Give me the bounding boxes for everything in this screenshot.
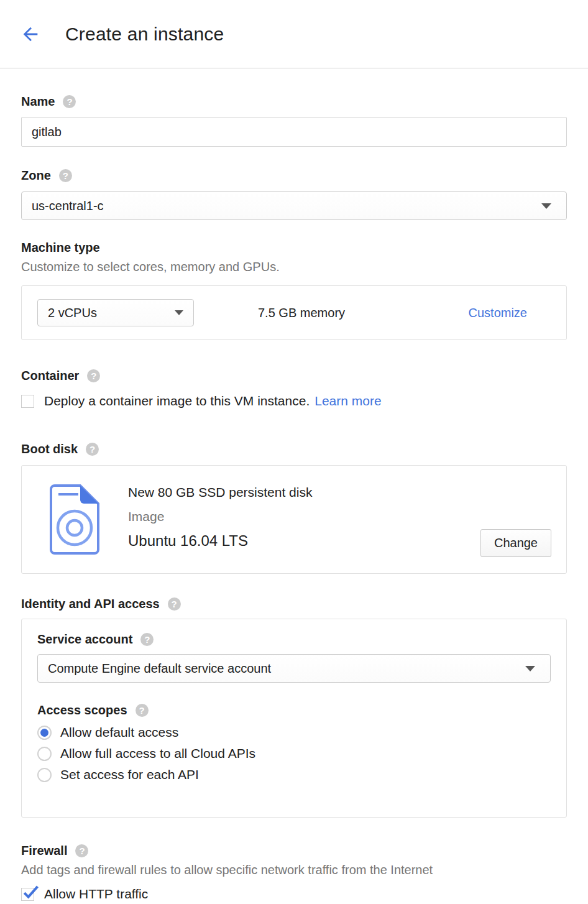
- radio-label: Allow full access to all Cloud APIs: [60, 746, 255, 761]
- disk-image-label: Image: [128, 509, 312, 524]
- help-icon[interactable]: ?: [136, 704, 149, 717]
- container-checkbox-label: Deploy a container image to this VM inst…: [44, 394, 310, 408]
- firewall-label: Firewall: [21, 844, 67, 858]
- disk-icon: [45, 484, 104, 573]
- cpu-select[interactable]: 2 vCPUs: [37, 299, 194, 326]
- help-icon[interactable]: ?: [59, 169, 72, 182]
- machine-type-label: Machine type: [21, 241, 100, 255]
- help-icon[interactable]: ?: [168, 597, 181, 611]
- disk-image-value: Ubuntu 16.04 LTS: [128, 532, 312, 550]
- radio-allow-full-access[interactable]: Allow full access to all Cloud APIs: [37, 744, 551, 763]
- radio-label: Set access for each API: [60, 767, 199, 782]
- name-label: Name: [21, 95, 55, 109]
- identity-label: Identity and API access: [21, 597, 160, 611]
- allow-http-label: Allow HTTP traffic: [44, 887, 148, 902]
- help-icon[interactable]: ?: [86, 443, 99, 456]
- back-button[interactable]: [19, 23, 42, 45]
- chevron-down-icon: [175, 310, 183, 315]
- header: Create an instance: [0, 0, 588, 68]
- service-account-value: Compute Engine default service account: [48, 662, 271, 676]
- radio-icon: [37, 747, 52, 761]
- customize-link[interactable]: Customize: [469, 306, 527, 320]
- radio-label: Allow default access: [60, 725, 178, 740]
- radio-allow-default-access[interactable]: Allow default access: [37, 722, 551, 742]
- checkmark-icon: [21, 883, 40, 902]
- boot-disk-label: Boot disk: [21, 442, 78, 456]
- arrow-back-icon: [20, 24, 41, 45]
- access-scopes-label: Access scopes: [37, 703, 127, 717]
- help-icon[interactable]: ?: [63, 95, 76, 108]
- service-account-select[interactable]: Compute Engine default service account: [37, 654, 551, 683]
- cpu-select-value: 2 vCPUs: [48, 306, 97, 320]
- zone-select-value: us-central1-c: [32, 199, 104, 213]
- disk-title: New 80 GB SSD persistent disk: [128, 485, 312, 500]
- container-label: Container: [21, 369, 79, 383]
- firewall-subtitle: Add tags and firewall rules to allow spe…: [21, 863, 567, 877]
- help-icon[interactable]: ?: [75, 844, 88, 857]
- chevron-down-icon: [525, 666, 535, 671]
- zone-select[interactable]: us-central1-c: [21, 191, 567, 220]
- help-icon[interactable]: ?: [87, 369, 100, 382]
- help-icon[interactable]: ?: [140, 633, 154, 646]
- page-title: Create an instance: [65, 24, 224, 45]
- name-input[interactable]: [21, 117, 567, 147]
- allow-http-checkbox[interactable]: [21, 888, 34, 901]
- radio-icon: [37, 726, 52, 740]
- learn-more-link[interactable]: Learn more: [315, 394, 381, 408]
- radio-set-access-each-api[interactable]: Set access for each API: [37, 765, 551, 785]
- service-account-label: Service account: [37, 632, 132, 647]
- chevron-down-icon: [541, 203, 551, 209]
- radio-icon: [37, 768, 52, 782]
- change-button[interactable]: Change: [480, 529, 551, 557]
- memory-text: 7.5 GB memory: [258, 306, 345, 320]
- machine-type-subtitle: Customize to select cores, memory and GP…: [21, 260, 567, 274]
- zone-label: Zone: [21, 168, 51, 183]
- machine-type-card: 2 vCPUs 7.5 GB memory Customize: [21, 285, 567, 340]
- container-checkbox[interactable]: [21, 395, 34, 408]
- boot-disk-card: New 80 GB SSD persistent disk Image Ubun…: [21, 465, 567, 574]
- identity-card: Service account ? Compute Engine default…: [21, 619, 567, 818]
